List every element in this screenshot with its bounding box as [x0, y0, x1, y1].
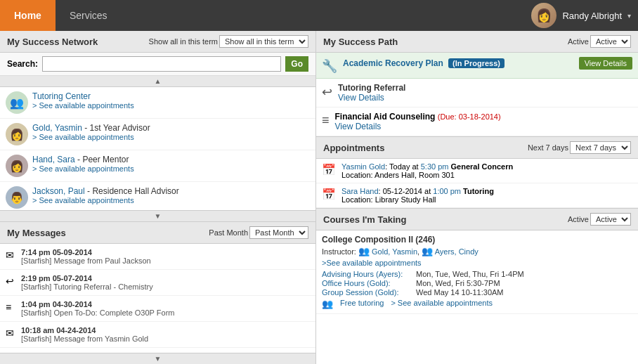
- appointment-location: Location: Anders Hall, Room 301: [341, 171, 632, 179]
- success-path-section: My Success Path Active Active 🔧 Academic: [316, 31, 638, 137]
- course-links: 👥 Free tutoring > See available appointm…: [322, 299, 632, 309]
- schedule-value: Wed May 14 10-11:30AM: [416, 288, 632, 297]
- appointments-filter-dropdown[interactable]: Next 7 days Next 7 days: [528, 141, 631, 154]
- network-search-row: Search: Go: [0, 53, 315, 76]
- network-item-name-link[interactable]: Tutoring Center: [32, 91, 91, 101]
- network-item-name-link[interactable]: Jackson, Paul: [32, 186, 85, 196]
- list-item: 📅 Sara Hand: 05-12-2014 at 1:00 pm Tutor…: [316, 183, 638, 208]
- free-tutoring-link[interactable]: Free tutoring: [340, 299, 384, 309]
- course-appt-link[interactable]: >See available appointments: [322, 259, 422, 267]
- financial-aid-icon: ≡: [322, 113, 330, 128]
- schedule-label: Office Hours (Gold):: [322, 279, 413, 287]
- schedule-label: Advising Hours (Ayers):: [322, 270, 413, 278]
- appointments-header: Appointments Next 7 days Next 7 days: [316, 137, 638, 159]
- list-item: ✉ 7:14 pm 05-09-2014 [Starfish] Message …: [0, 244, 315, 270]
- network-item-name-link[interactable]: Hand, Sara: [32, 155, 75, 164]
- messages-filter-label: Past Month: [209, 228, 248, 237]
- appointment-content: Yasmin Gold: Today at 5:30 pm General Co…: [341, 162, 632, 179]
- network-header: My Success Network Show all in this term…: [0, 31, 315, 53]
- list-item: 📅 Yasmin Gold: Today at 5:30 pm General …: [316, 159, 638, 183]
- instructor-icon: 👥: [358, 246, 370, 256]
- appointments-section: Appointments Next 7 days Next 7 days 📅 Y…: [316, 137, 638, 209]
- course-schedule: Advising Hours (Ayers): Mon, Tue, Wed, T…: [322, 270, 632, 297]
- network-filter-label: Show all in this term: [149, 37, 218, 46]
- message-text: [Starfish] Message from Yasmin Gold: [21, 334, 310, 343]
- home-nav-button[interactable]: Home: [0, 0, 56, 31]
- list-item: 👩 Hand, Sara - Peer Mentor > See availab…: [0, 150, 315, 182]
- network-scroll-up[interactable]: ▲: [0, 76, 315, 87]
- main-content: My Success Network Show all in this term…: [0, 31, 638, 364]
- path-item-header-row: Academic Recovery Plan (In Progress) Vie…: [343, 57, 632, 70]
- courses-filter-dropdown[interactable]: Active Active: [568, 213, 631, 226]
- message-content: 10:18 am 04-24-2014 [Starfish] Message f…: [21, 326, 310, 343]
- success-path-filter-select[interactable]: Active: [590, 35, 631, 48]
- message-content: 2:19 pm 05-07-2014 [Starfish] Tutoring R…: [21, 274, 310, 291]
- messages-scroll-down[interactable]: ▼: [0, 353, 315, 364]
- list-item: 👩 Gold, Yasmin - 1st Year Advisor > See …: [0, 119, 315, 150]
- messages-title: My Messages: [7, 228, 66, 238]
- message-content: 7:14 pm 05-09-2014 [Starfish] Message fr…: [21, 248, 310, 265]
- search-go-button[interactable]: Go: [285, 56, 308, 72]
- schedule-value: Mon, Tue, Wed, Thu, Fri 1-4PM: [416, 270, 632, 278]
- user-dropdown-arrow[interactable]: ▾: [627, 12, 631, 20]
- network-scroll-down[interactable]: ▼: [0, 210, 315, 221]
- instructor-link[interactable]: Gold, Yasmin: [372, 247, 417, 256]
- instructor-icon: 👥: [422, 246, 433, 256]
- message-time: 1:04 pm 04-30-2014: [21, 300, 310, 308]
- list-item: College Composition II (246) Instructor:…: [316, 230, 638, 314]
- path-item-title: Financial Aid Counseling (Due: 03-18-201…: [335, 112, 632, 122]
- appointment-person-link[interactable]: Sara Hand: [341, 187, 379, 195]
- message-text: [Starfish] Message from Paul Jackson: [21, 256, 310, 265]
- avatar: 👩: [6, 155, 28, 177]
- appointments-filter-select[interactable]: Next 7 days: [570, 141, 631, 154]
- avatar: 👩: [531, 3, 556, 28]
- search-label: Search:: [7, 59, 38, 69]
- appointment-location: Location: Library Study Hall: [341, 195, 632, 204]
- list-item: ↩ 2:19 pm 05-07-2014 [Starfish] Tutoring…: [0, 270, 315, 296]
- network-filter-select[interactable]: Show all in this term: [219, 35, 308, 48]
- courses-filter-select[interactable]: Active: [590, 213, 631, 226]
- services-nav-button[interactable]: Services: [56, 0, 122, 31]
- view-details-button[interactable]: View Details: [579, 57, 632, 70]
- success-path-status-dropdown[interactable]: Active Active: [568, 35, 631, 48]
- courses-header: Courses I'm Taking Active Active: [316, 209, 638, 230]
- network-item-name: Gold, Yasmin - 1st Year Advisor: [32, 123, 150, 133]
- search-input[interactable]: [42, 56, 281, 72]
- success-path-header: My Success Path Active Active: [316, 31, 638, 53]
- appointment-time-link[interactable]: 1:00 pm: [433, 187, 461, 195]
- network-list: 👥 Tutoring Center > See available appoin…: [0, 87, 315, 210]
- network-section: My Success Network Show all in this term…: [0, 31, 315, 222]
- top-navigation: Home Services 👩 Randy Albright ▾: [0, 0, 638, 31]
- network-item-appt-link[interactable]: > See available appointments: [32, 196, 310, 204]
- appointment-person-link[interactable]: Yasmin Gold: [341, 162, 385, 171]
- messages-list: ✉ 7:14 pm 05-09-2014 [Starfish] Message …: [0, 244, 315, 353]
- network-item-info: Tutoring Center > See available appointm…: [32, 91, 310, 110]
- network-item-appt-link[interactable]: > See available appointments: [32, 164, 310, 173]
- network-item-info: Gold, Yasmin - 1st Year Advisor > See av…: [32, 123, 310, 141]
- path-view-details-link[interactable]: View Details: [335, 122, 382, 131]
- course-appt-link2[interactable]: > See available appointments: [391, 299, 493, 309]
- instructor-link[interactable]: Ayers, Cindy: [435, 247, 478, 256]
- appointment-time-link[interactable]: 5:30 pm: [421, 162, 449, 171]
- right-panel: My Success Path Active Active 🔧 Academic: [316, 31, 638, 364]
- list-item: ↩ Tutoring Referral View Details: [316, 79, 638, 108]
- nav-right: 👩 Randy Albright ▾: [531, 3, 638, 28]
- appointments-title: Appointments: [323, 143, 384, 153]
- avatar: 👨: [6, 186, 28, 209]
- appointment-calendar-icon: 📅: [322, 163, 336, 176]
- network-item-role: - Peer Mentor: [77, 155, 129, 164]
- message-email-icon: ✉: [6, 327, 17, 339]
- username-label: Randy Albright: [562, 11, 622, 21]
- nav-left: Home Services: [0, 0, 122, 31]
- network-item-appt-link[interactable]: > See available appointments: [32, 133, 310, 141]
- network-item-name: Jackson, Paul - Residence Hall Advisor: [32, 186, 179, 196]
- path-item-name-link[interactable]: Academic Recovery Plan: [343, 58, 443, 68]
- messages-filter-select[interactable]: Past Month: [249, 226, 308, 239]
- network-item-appt-link[interactable]: > See available appointments: [32, 101, 310, 110]
- path-view-details-link[interactable]: View Details: [338, 93, 384, 103]
- schedule-label: Group Session (Gold):: [322, 288, 413, 297]
- network-item-name-link[interactable]: Gold, Yasmin: [32, 123, 82, 133]
- messages-filter-dropdown[interactable]: Past Month Past Month: [209, 226, 308, 239]
- network-filter-dropdown[interactable]: Show all in this term Show all in this t…: [149, 35, 308, 48]
- message-text: [Starfish] Tutoring Referral - Chemistry: [21, 282, 310, 291]
